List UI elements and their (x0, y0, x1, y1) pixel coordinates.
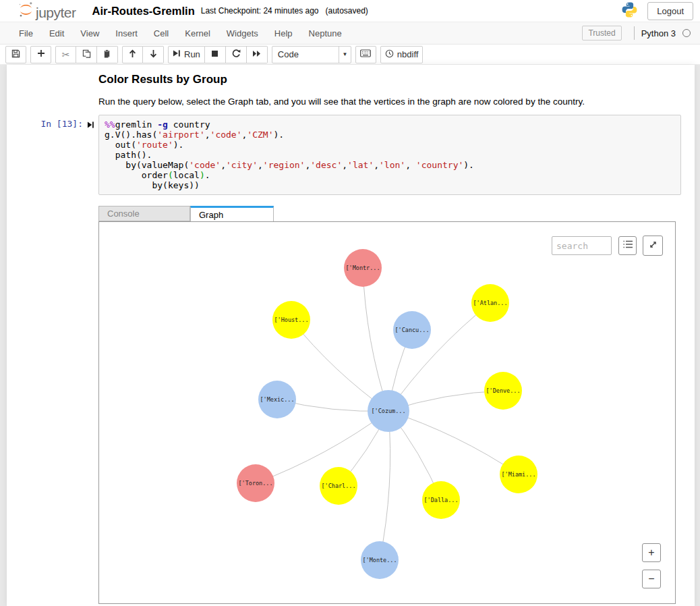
save-button[interactable] (5, 46, 26, 63)
graph-node-label: ['Dalla... (424, 497, 458, 503)
code-line: out('route'). (105, 140, 675, 150)
graph-edge (380, 411, 390, 560)
graph-node-label: ['Cancu... (395, 327, 429, 333)
code-line: g.V().has('airport','code','CZM'). (105, 130, 675, 140)
checkpoint-status: Last Checkpoint: 24 minutes ago (201, 6, 319, 16)
markdown-prompt-area (7, 69, 98, 107)
paste-cell-button[interactable] (97, 46, 118, 63)
graph-node-label: ['Miami... (501, 471, 535, 478)
notebook-background: Color Results by Group Run the query bel… (0, 65, 700, 606)
code-line: %%gremlin -g country (105, 119, 675, 130)
restart-run-all-button[interactable] (247, 46, 268, 63)
paste-icon (103, 49, 112, 60)
graph-edge (388, 411, 519, 474)
graph-node-label: ['Atlan... (473, 300, 507, 306)
keyboard-icon (360, 49, 371, 59)
jupyter-logo-icon (18, 1, 34, 21)
autosave-status: (autosaved) (326, 6, 368, 16)
menu-item-edit[interactable]: Edit (41, 28, 72, 38)
command-palette-button[interactable] (355, 46, 376, 63)
markdown-cell[interactable]: Color Results by Group Run the query bel… (7, 69, 695, 107)
input-prompt: In [13]: (40, 119, 83, 129)
menu-item-neptune[interactable]: Neptune (301, 28, 350, 38)
dropdown-caret-icon: ▼ (339, 47, 351, 63)
code-line: by(valueMap('code','city','region','desc… (105, 160, 675, 170)
save-icon (11, 49, 20, 60)
nbdiff-button-label: nbdiff (397, 49, 419, 59)
kernel-name: Python 3 (641, 28, 676, 38)
menu-item-view[interactable]: View (72, 28, 107, 38)
graph-node-label: ['Mexic... (260, 396, 294, 403)
output-prompt-area (7, 206, 98, 604)
expand-icon (648, 240, 658, 252)
add-cell-button[interactable] (30, 46, 51, 63)
interrupt-kernel-button[interactable] (205, 46, 226, 63)
notebook-title[interactable]: Air-Routes-Gremlin (92, 5, 195, 18)
restart-icon (231, 49, 241, 60)
menu-item-insert[interactable]: Insert (107, 28, 146, 38)
arrow-up-icon (128, 49, 137, 60)
menu-item-file[interactable]: File (11, 28, 41, 38)
scissors-icon: ✂ (62, 50, 70, 59)
output-cell: Console Graph ['Cozum...['Montr...['Atla… (7, 206, 695, 604)
toolbar: ✂ Run Code ▼ (0, 45, 700, 65)
tab-graph[interactable]: Graph (190, 206, 274, 221)
search-input[interactable] (552, 236, 612, 255)
graph-node-label: ['Houst... (274, 316, 308, 323)
cell-type-value: Code (272, 49, 339, 59)
restart-kernel-button[interactable] (226, 46, 247, 63)
graph-details-button[interactable] (618, 236, 637, 255)
run-button-label: Run (184, 49, 200, 59)
move-cell-down-button[interactable] (143, 46, 164, 63)
section-heading: Color Results by Group (98, 73, 681, 86)
jupyter-logo-text: jupyter (36, 5, 76, 21)
section-paragraph: Run the query below, select the Graph ta… (98, 97, 681, 107)
menu-item-widgets[interactable]: Widgets (218, 28, 266, 38)
stop-icon (211, 49, 218, 59)
output-tabbar: Console Graph (98, 206, 681, 221)
code-line: path(). (105, 150, 675, 160)
code-cell[interactable]: In [13]: %%gremlin -g countryg.V().has('… (7, 107, 695, 195)
menu-item-cell[interactable]: Cell (146, 28, 177, 38)
copy-cell-button[interactable] (76, 46, 97, 63)
code-text: %%gremlin -g countryg.V().has('airport',… (105, 119, 675, 190)
graph-edge (363, 268, 388, 411)
zoom-out-button[interactable]: − (642, 570, 661, 588)
fast-forward-icon (252, 49, 261, 59)
cut-cell-button[interactable]: ✂ (55, 46, 76, 63)
kernel-idle-indicator-icon (682, 29, 691, 37)
run-cell-button[interactable]: Run (168, 46, 205, 63)
code-line: order(local). (105, 170, 675, 180)
plus-icon (37, 49, 45, 59)
graph-node-label: ['Denve... (486, 387, 520, 394)
code-editor[interactable]: %%gremlin -g countryg.V().has('airport',… (98, 115, 681, 195)
tab-console[interactable]: Console (98, 206, 190, 221)
graph-node-label: ['Toron... (238, 480, 272, 487)
header: jupyter Air-Routes-Gremlin Last Checkpoi… (0, 0, 700, 22)
menu-item-help[interactable]: Help (266, 28, 301, 38)
move-cell-up-button[interactable] (122, 46, 143, 63)
network-graph: ['Cozum...['Montr...['Atlan...['Houst...… (99, 222, 675, 603)
menu-item-kernel[interactable]: Kernel (177, 28, 218, 38)
arrow-down-icon (149, 49, 158, 60)
fullscreen-button[interactable] (643, 236, 663, 256)
jupyter-logo[interactable]: jupyter (18, 1, 76, 21)
menubar-divider (634, 26, 635, 40)
graph-node-label: ['Montr... (345, 265, 380, 271)
list-icon (622, 240, 633, 252)
zoom-in-button[interactable]: + (642, 543, 661, 562)
code-line: by(keys)) (105, 180, 675, 190)
copy-icon (82, 49, 91, 60)
cell-type-dropdown[interactable]: Code ▼ (272, 46, 351, 63)
trusted-badge[interactable]: Trusted (582, 26, 621, 40)
run-this-cell-icon[interactable] (87, 119, 94, 132)
notebook-container: Color Results by Group Run the query bel… (7, 65, 695, 606)
clock-icon (385, 49, 394, 60)
nbdiff-button[interactable]: nbdiff (380, 46, 424, 63)
graph-panel: ['Cozum...['Montr...['Atlan...['Houst...… (98, 221, 676, 604)
graph-node-label: ['Cozum... (371, 408, 405, 414)
run-icon (173, 49, 181, 59)
logout-button[interactable]: Logout (647, 2, 693, 20)
python-logo-icon (621, 1, 638, 21)
graph-node-label: ['Monte... (362, 557, 397, 563)
